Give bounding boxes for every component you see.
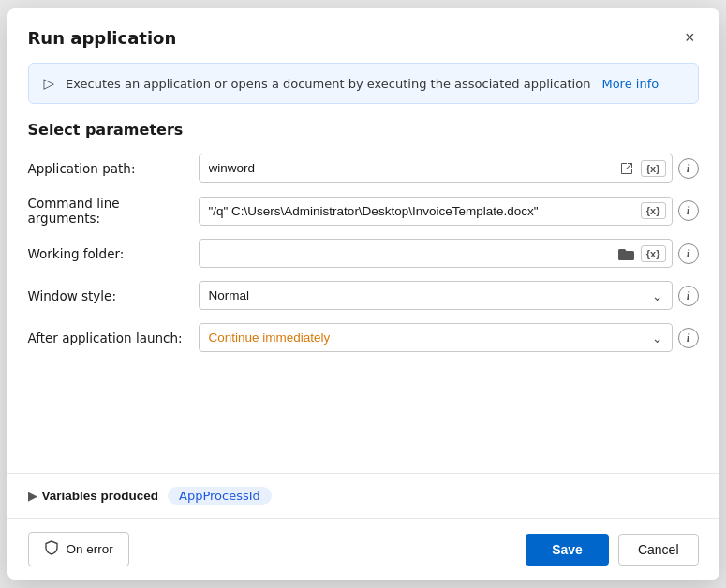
cmd-args-label: Command line arguments: (28, 196, 187, 226)
on-error-button[interactable]: On error (28, 532, 129, 566)
working-folder-var-button[interactable]: {x} (641, 245, 666, 262)
folder-browse-button[interactable] (614, 243, 639, 264)
section-title: Select parameters (7, 121, 719, 154)
parameters-area: Application path: {x} i (7, 154, 719, 465)
window-style-row: Window style: Normal Maximized Minimized… (28, 281, 699, 310)
app-path-icons: {x} (615, 157, 672, 180)
working-folder-input-container: {x} (199, 239, 673, 268)
app-path-info-icon[interactable]: i (678, 158, 699, 179)
close-button[interactable]: × (681, 25, 699, 50)
variables-label: Variables produced (42, 489, 159, 503)
after-launch-select-wrap: Continue immediately Wait for applicatio… (199, 323, 673, 352)
variables-chevron-icon: ▶ (28, 490, 37, 503)
app-path-row: Application path: {x} i (28, 154, 699, 183)
more-info-link[interactable]: More info (601, 77, 659, 91)
app-path-input-container: {x} (199, 154, 673, 183)
play-icon: ▷ (44, 75, 55, 92)
file-browse-button[interactable] (615, 157, 639, 180)
working-folder-row: Working folder: {x} i (28, 239, 699, 268)
app-path-input-wrap: {x} i (199, 154, 699, 183)
save-button[interactable]: Save (526, 534, 609, 566)
on-error-label: On error (67, 542, 113, 556)
cmd-args-input-container: {x} (199, 197, 673, 226)
cmd-args-input[interactable] (200, 198, 641, 225)
footer-right: Save Cancel (526, 534, 698, 566)
dialog-footer: On error Save Cancel (7, 518, 719, 580)
cmd-args-icons: {x} (641, 202, 672, 219)
cmd-args-info-icon[interactable]: i (678, 200, 699, 221)
app-process-id-badge: AppProcessId (168, 487, 272, 505)
working-folder-info-icon[interactable]: i (678, 243, 699, 264)
working-folder-input[interactable] (200, 240, 614, 267)
cancel-button[interactable]: Cancel (618, 534, 699, 566)
window-style-select-wrap: Normal Maximized Minimized Hidden ⌄ (199, 281, 673, 310)
banner-text: Executes an application or opens a docum… (66, 77, 590, 91)
working-folder-icons: {x} (614, 243, 672, 264)
cmd-args-row: Command line arguments: {x} i (28, 196, 699, 226)
after-launch-input-wrap: Continue immediately Wait for applicatio… (199, 323, 699, 352)
app-path-input[interactable] (200, 154, 615, 182)
window-style-label: Window style: (28, 288, 187, 303)
after-launch-select[interactable]: Continue immediately Wait for applicatio… (199, 323, 673, 352)
cmd-args-var-button[interactable]: {x} (641, 202, 666, 219)
dialog-header: Run application × (7, 8, 719, 63)
window-style-info-icon[interactable]: i (678, 286, 699, 306)
app-path-label: Application path: (28, 161, 187, 176)
working-folder-input-wrap: {x} i (199, 239, 699, 268)
after-launch-label: After application launch: (28, 331, 187, 345)
working-folder-label: Working folder: (28, 246, 187, 261)
shield-icon (44, 540, 59, 558)
info-banner: ▷ Executes an application or opens a doc… (28, 63, 699, 104)
window-style-input-wrap: Normal Maximized Minimized Hidden ⌄ i (199, 281, 699, 310)
window-style-select[interactable]: Normal Maximized Minimized Hidden (199, 281, 673, 310)
after-launch-row: After application launch: Continue immed… (28, 323, 699, 352)
dialog-title: Run application (28, 28, 177, 48)
cmd-args-input-wrap: {x} i (199, 197, 699, 226)
run-application-dialog: Run application × ▷ Executes an applicat… (7, 8, 719, 580)
variables-row: ▶ Variables produced AppProcessId (7, 473, 719, 518)
variables-toggle-button[interactable]: ▶ Variables produced (28, 489, 159, 503)
app-path-var-button[interactable]: {x} (641, 160, 666, 177)
after-launch-info-icon[interactable]: i (678, 328, 699, 348)
